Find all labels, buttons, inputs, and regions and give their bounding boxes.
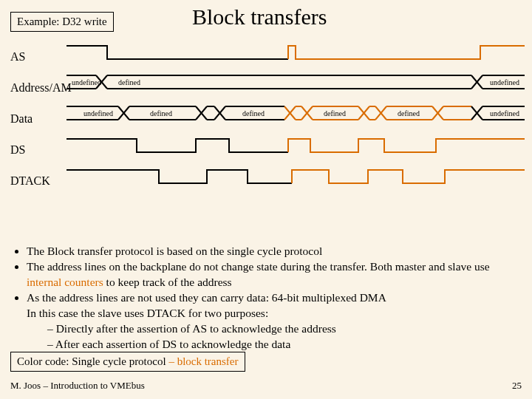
example-label-box: Example: D32 write bbox=[10, 12, 114, 32]
signal-label-data: Data bbox=[10, 112, 33, 126]
footer-text: M. Joos – Introduction to VMEbus bbox=[10, 380, 145, 392]
page-number: 25 bbox=[512, 380, 522, 392]
seg-def: defined bbox=[242, 109, 265, 117]
waveform-dtack bbox=[66, 168, 525, 186]
signal-label-as: AS bbox=[10, 50, 25, 64]
seg-def: defined bbox=[118, 78, 140, 86]
bullet-3: As the address lines are not used they c… bbox=[27, 290, 522, 352]
bullet-1: The Block transfer protocol is based on … bbox=[27, 244, 522, 259]
seg-def: defined bbox=[150, 109, 172, 117]
signal-label-dtack: DTACK bbox=[10, 174, 50, 188]
seg-undef: undefined bbox=[490, 78, 519, 86]
bullet-list: The Block transfer protocol is based on … bbox=[10, 244, 522, 352]
seg-undef: undefined bbox=[490, 109, 519, 117]
bullet-3-sub-1: Directly after the assertion of AS to ac… bbox=[47, 321, 522, 337]
seg-undef: undefined bbox=[72, 78, 101, 86]
waveform-ds bbox=[66, 137, 525, 155]
seg-def: defined bbox=[398, 109, 420, 117]
seg-def: defined bbox=[324, 109, 346, 117]
seg-undef: undefined bbox=[83, 109, 113, 117]
signal-label-ds: DS bbox=[10, 143, 25, 157]
signal-label-addr: Address/AM bbox=[10, 81, 72, 95]
waveform-data: undefined defined defined defined define… bbox=[66, 105, 525, 123]
waveform-as bbox=[66, 44, 525, 62]
bullet-3-sub-2: After each assertion of DS to acknowledg… bbox=[47, 337, 522, 352]
waveform-addr: undefined defined undefined bbox=[66, 74, 525, 92]
page-title: Block transfers bbox=[192, 4, 327, 30]
bullet-2: The address lines on the backplane do no… bbox=[27, 259, 522, 290]
color-code-box: Color code: Single cycle protocol – bloc… bbox=[10, 352, 245, 372]
